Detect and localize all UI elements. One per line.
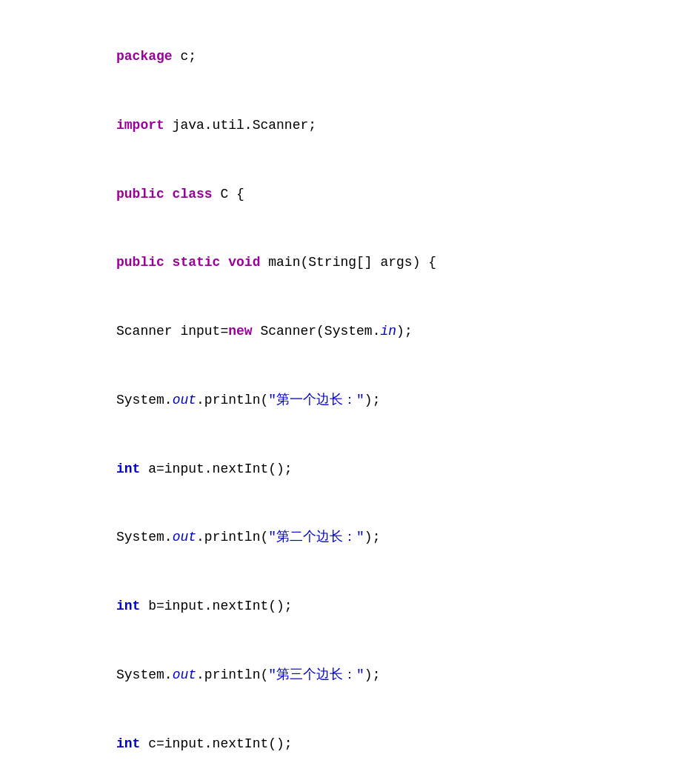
- line-blank-6: [116, 422, 700, 446]
- line-blank-9: [116, 629, 700, 653]
- line-blank-8: [116, 560, 700, 584]
- line-package: package c;: [116, 44, 700, 68]
- line-blank-7: [116, 491, 700, 515]
- line-public-class: public class C {: [116, 182, 700, 206]
- code-editor: package c; import java.util.Scanner; pub…: [116, 44, 700, 783]
- line-blank-11: [116, 766, 700, 783]
- line-blank-10: [116, 697, 700, 721]
- line-println-2: System.out.println("第二个边长：");: [116, 525, 700, 549]
- line-main: public static void main(String[] args) {: [116, 250, 700, 274]
- line-blank-4: [116, 285, 700, 309]
- line-int-a: int a=input.nextInt();: [116, 457, 700, 481]
- line-println-3: System.out.println("第三个边长：");: [116, 663, 700, 687]
- line-blank-5: [116, 354, 700, 378]
- line-blank-2: [116, 147, 700, 171]
- line-int-c: int c=input.nextInt();: [116, 732, 700, 756]
- line-int-b: int b=input.nextInt();: [116, 594, 700, 618]
- line-scanner: Scanner input=new Scanner(System.in);: [116, 319, 700, 343]
- line-blank-3: [116, 216, 700, 240]
- line-println-1: System.out.println("第一个边长：");: [116, 388, 700, 412]
- line-blank-1: [116, 79, 700, 102]
- line-import: import java.util.Scanner;: [116, 113, 700, 137]
